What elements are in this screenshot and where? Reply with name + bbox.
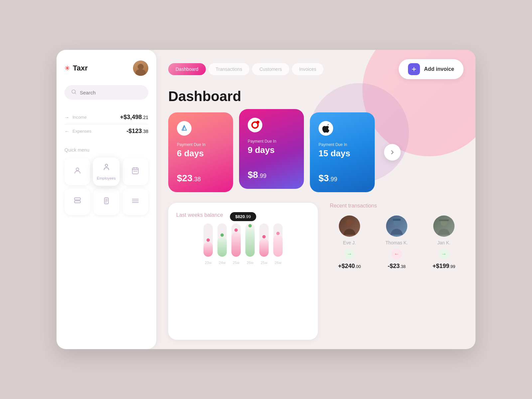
bar-fill-23w <box>203 242 213 257</box>
transaction-direction-jan: → <box>439 249 449 259</box>
svg-point-24 <box>346 219 353 226</box>
bar-dot-26w-2 <box>276 232 280 235</box>
sidebar-header: ✳ Taxr <box>65 61 148 76</box>
top-nav: Dashboard Transactions Customers Invoice… <box>168 59 464 79</box>
chart-bar-26w-1: 26w <box>245 223 255 265</box>
card-1-due-days: 6 days <box>177 148 224 159</box>
transaction-item-eve: Eve J. → +$240.00 <box>330 215 369 270</box>
avatar[interactable] <box>133 61 148 76</box>
bar-track-25w-2 <box>259 223 269 257</box>
transaction-amount-jan: +$199.99 <box>433 263 456 270</box>
tab-transactions[interactable]: Transactions <box>208 63 250 75</box>
expenses-row: ← Expenses -$123.38 <box>65 124 148 138</box>
tab-invoices[interactable]: Invoices <box>292 63 324 75</box>
income-arrow-icon: → <box>65 115 69 120</box>
svg-rect-26 <box>393 219 401 221</box>
quick-menu-item-person[interactable] <box>65 158 90 185</box>
card-2-amount: $8.99 <box>248 170 295 180</box>
clipboard-icon <box>102 197 110 207</box>
avatar-image <box>133 61 148 76</box>
card-1-due-label: Payment Due In <box>177 142 224 147</box>
transaction-name-eve: Eve J. <box>343 240 356 245</box>
bar-track-26w-2 <box>273 223 283 257</box>
income-label-area: → Income <box>65 115 87 120</box>
add-invoice-button[interactable]: Add invoice <box>399 59 464 79</box>
chart-bar-25w: 25w <box>231 223 241 265</box>
svg-rect-11 <box>74 198 80 200</box>
transaction-amount-thomas: -$23.38 <box>388 263 406 270</box>
payment-card-1[interactable]: Payment Due In 6 days $23.38 <box>168 112 233 192</box>
avatar-thomas <box>386 215 407 237</box>
chart-label-23w: 23w <box>205 261 211 265</box>
tab-customers[interactable]: Customers <box>252 63 289 75</box>
main-bg: Dashboard Transactions Customers Invoice… <box>156 50 475 349</box>
card-logo-2 <box>248 118 262 132</box>
svg-marker-22 <box>182 125 187 130</box>
avatar-eve <box>339 215 360 237</box>
add-invoice-icon <box>408 63 420 75</box>
quick-menu-item-stack[interactable] <box>65 189 90 215</box>
income-label: Income <box>72 115 87 120</box>
bar-track-23w <box>203 223 213 257</box>
expenses-label: Expenses <box>72 129 91 134</box>
avatar-jan <box>433 215 455 237</box>
chart-label-26w-1: 26w <box>247 261 253 265</box>
logo-text: Taxr <box>73 64 88 72</box>
quick-menu-item-calendar[interactable] <box>123 158 148 185</box>
svg-point-2 <box>76 168 79 171</box>
chart-label-24w: 24w <box>219 261 225 265</box>
person-icon <box>73 167 81 177</box>
bar-dot-23w <box>206 238 210 242</box>
svg-rect-28 <box>439 219 449 221</box>
card-3-due-days: 15 days <box>319 148 366 159</box>
transaction-name-jan: Jan K. <box>437 240 451 245</box>
expenses-label-area: ← Expenses <box>65 129 91 134</box>
main: Dashboard Transactions Customers Invoice… <box>156 50 475 349</box>
payment-card-2[interactable]: Payment Due In 9 days $8.99 <box>239 109 304 189</box>
calendar-icon <box>131 167 139 177</box>
quick-menu-grid: Employees <box>65 158 148 215</box>
transaction-item-thomas: Thomas K. ← -$23.38 <box>377 215 416 270</box>
quick-menu-item-clipboard[interactable] <box>93 189 119 215</box>
transaction-direction-eve: → <box>344 249 355 259</box>
chart-bar-26w-2: 26w <box>273 223 283 265</box>
bar-fill-25w <box>231 232 241 257</box>
chart-bar-24w: 24w <box>217 223 227 265</box>
search-box[interactable] <box>65 85 148 100</box>
sidebar: ✳ Taxr → Income +$3,498.21 <box>57 50 156 349</box>
quick-menu-item-employees[interactable]: Employees <box>93 157 120 186</box>
bar-dot-24w <box>220 233 224 237</box>
page-title: Dashboard <box>168 88 464 104</box>
svg-rect-4 <box>132 168 138 174</box>
card-1-amount: $23.38 <box>177 173 224 184</box>
balance-badge: $820.99 <box>230 212 256 221</box>
quick-menu-item-menu[interactable] <box>123 189 148 215</box>
quick-menu-section: Quick menu Employees <box>65 147 148 215</box>
add-invoice-label: Add invoice <box>424 66 454 72</box>
transaction-list: Eve J. → +$240.00 <box>330 215 464 270</box>
nav-tabs: Dashboard Transactions Customers Invoice… <box>168 63 324 75</box>
bar-fill-26w-2 <box>273 235 283 257</box>
cards-section: Payment Due In 6 days $23.38 <box>168 112 464 192</box>
card-logo-1 <box>177 121 192 136</box>
main-content: Dashboard Transactions Customers Invoice… <box>156 50 475 349</box>
tab-dashboard[interactable]: Dashboard <box>168 63 206 75</box>
chart-bar-25w-2: 25w <box>259 223 269 265</box>
bar-track-25w <box>231 223 241 257</box>
bar-fill-25w-2 <box>259 238 269 257</box>
search-icon <box>71 89 76 96</box>
employees-icon <box>102 163 111 173</box>
logo-area: ✳ Taxr <box>65 64 88 72</box>
transaction-item-jan: Jan K. → +$199.99 <box>424 215 464 270</box>
logo-icon: ✳ <box>65 64 70 72</box>
cards-next-button[interactable] <box>384 144 401 161</box>
bar-track-26w-1 <box>245 223 255 257</box>
quick-menu-label: Quick menu <box>65 147 148 153</box>
payment-card-3[interactable]: Payment Due In 15 days $3.99 <box>310 112 375 192</box>
chart-label-25w-2: 25w <box>261 261 267 265</box>
bar-dot-25w <box>234 228 238 232</box>
card-2-due-label: Payment Due In <box>248 139 295 144</box>
chart-bar-23w: 23w <box>203 223 213 265</box>
search-input[interactable] <box>80 90 142 95</box>
chart-area: 23w 24w <box>176 225 310 265</box>
